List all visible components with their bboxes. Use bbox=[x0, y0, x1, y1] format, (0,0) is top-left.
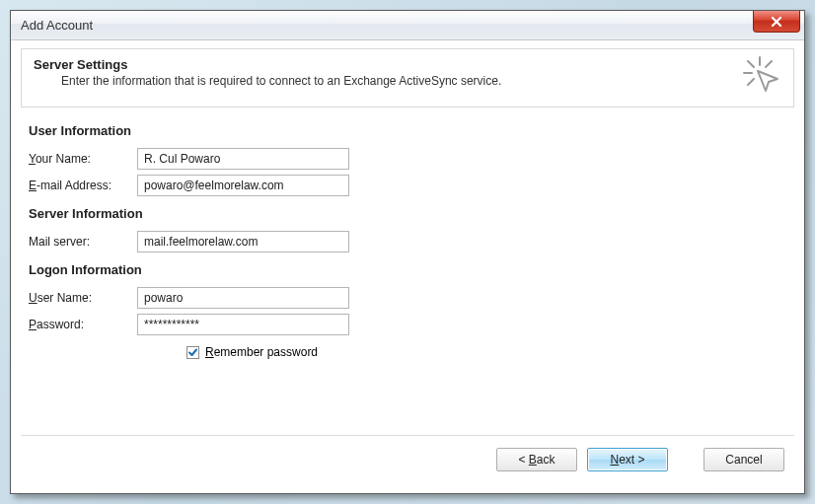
email-label: E-mail Address: bbox=[29, 179, 137, 192]
check-icon bbox=[187, 347, 198, 358]
dialog-content: Server Settings Enter the information th… bbox=[11, 40, 804, 493]
close-button[interactable] bbox=[753, 11, 800, 33]
remember-password-label: Remember password bbox=[205, 345, 318, 359]
mail-server-input[interactable] bbox=[137, 231, 349, 252]
password-input[interactable] bbox=[137, 314, 349, 335]
add-account-dialog: Add Account Server Settings Enter the in… bbox=[10, 10, 805, 494]
user-name-input[interactable] bbox=[137, 287, 349, 309]
next-button[interactable]: Next > bbox=[587, 448, 668, 471]
mail-server-label: Mail server: bbox=[29, 235, 137, 249]
header-description: Enter the information that is required t… bbox=[61, 74, 781, 88]
window-title: Add Account bbox=[21, 18, 93, 33]
cursor-click-icon bbox=[742, 55, 783, 97]
svg-line-5 bbox=[766, 61, 772, 67]
section-logon-info: Logon Information bbox=[29, 262, 784, 277]
dialog-footer: < Back Next > Cancel bbox=[21, 435, 794, 483]
your-name-label: Your Name: bbox=[29, 152, 137, 166]
titlebar: Add Account bbox=[11, 11, 804, 40]
your-name-input[interactable] bbox=[137, 148, 349, 170]
back-button[interactable]: < Back bbox=[496, 448, 577, 471]
remember-password-checkbox[interactable] bbox=[186, 346, 199, 359]
user-name-label: User Name: bbox=[29, 291, 137, 305]
svg-line-4 bbox=[748, 61, 754, 67]
form-area: User Information Your Name: E-mail Addre… bbox=[21, 108, 794, 435]
section-user-info: User Information bbox=[29, 123, 784, 138]
password-label: Password: bbox=[29, 318, 137, 331]
email-input[interactable] bbox=[137, 175, 349, 196]
close-icon bbox=[771, 16, 782, 28]
cancel-button[interactable]: Cancel bbox=[704, 448, 784, 471]
svg-line-6 bbox=[748, 79, 754, 85]
header-panel: Server Settings Enter the information th… bbox=[21, 48, 794, 108]
header-title: Server Settings bbox=[34, 57, 781, 72]
section-server-info: Server Information bbox=[29, 206, 784, 221]
